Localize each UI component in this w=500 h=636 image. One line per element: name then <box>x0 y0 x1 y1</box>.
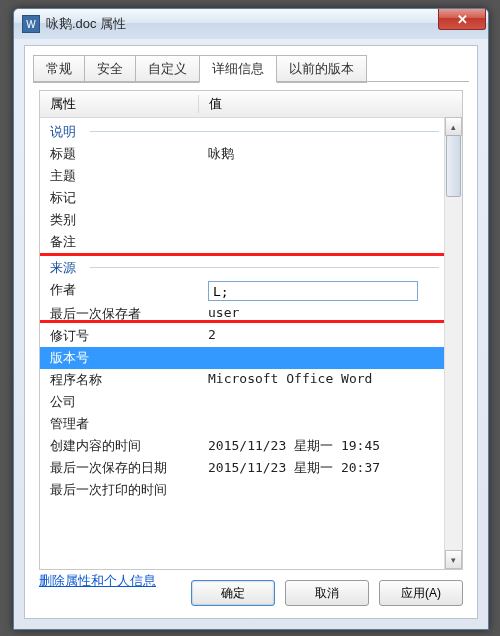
row-revision[interactable]: 修订号2 <box>40 325 445 347</box>
dialog-buttons: 确定 取消 应用(A) <box>191 580 463 606</box>
property-list: 说明 标题咏鹅 主题 标记 类别 备注 来源 作者 最后一次保存者user 修订… <box>40 117 445 569</box>
tab-security[interactable]: 安全 <box>84 55 136 83</box>
client-area: 常规 安全 自定义 详细信息 以前的版本 属性 值 说明 标题咏鹅 主题 标记 … <box>24 45 478 619</box>
scroll-down-button[interactable]: ▾ <box>445 550 462 569</box>
ok-button[interactable]: 确定 <box>191 580 275 606</box>
row-lastprinted[interactable]: 最后一次打印的时间 <box>40 479 445 501</box>
row-category[interactable]: 类别 <box>40 209 445 231</box>
row-manager[interactable]: 管理者 <box>40 413 445 435</box>
titlebar[interactable]: W 咏鹅.doc 属性 ✕ <box>14 9 488 39</box>
column-headers: 属性 值 <box>40 91 462 118</box>
scroll-up-button[interactable]: ▴ <box>445 117 462 136</box>
tab-strip: 常规 安全 自定义 详细信息 以前的版本 <box>25 46 477 82</box>
cancel-button[interactable]: 取消 <box>285 580 369 606</box>
row-created[interactable]: 创建内容的时间2015/11/23 星期一 19:45 <box>40 435 445 457</box>
apply-button[interactable]: 应用(A) <box>379 580 463 606</box>
vertical-scrollbar[interactable]: ▴ ▾ <box>444 117 462 569</box>
tab-custom[interactable]: 自定义 <box>135 55 200 83</box>
close-button[interactable]: ✕ <box>438 9 486 30</box>
details-panel: 属性 值 说明 标题咏鹅 主题 标记 类别 备注 来源 作者 最后一次保存者us… <box>39 90 463 570</box>
row-program[interactable]: 程序名称Microsoft Office Word <box>40 369 445 391</box>
close-icon: ✕ <box>457 12 468 27</box>
row-comments[interactable]: 备注 <box>40 231 445 253</box>
section-description: 说明 <box>40 117 445 143</box>
header-value[interactable]: 值 <box>199 95 462 113</box>
row-subject[interactable]: 主题 <box>40 165 445 187</box>
window-title: 咏鹅.doc 属性 <box>46 15 126 33</box>
doc-icon: W <box>22 15 40 33</box>
row-title[interactable]: 标题咏鹅 <box>40 143 445 165</box>
row-company[interactable]: 公司 <box>40 391 445 413</box>
remove-properties-link[interactable]: 删除属性和个人信息 <box>39 572 156 590</box>
properties-dialog: W 咏鹅.doc 属性 ✕ 常规 安全 自定义 详细信息 以前的版本 属性 值 … <box>13 8 489 630</box>
row-author[interactable]: 作者 <box>40 279 445 303</box>
tab-previous[interactable]: 以前的版本 <box>276 55 367 83</box>
row-version[interactable]: 版本号 <box>40 347 445 369</box>
row-lastsavedby[interactable]: 最后一次保存者user <box>40 303 445 325</box>
header-property[interactable]: 属性 <box>40 95 199 113</box>
row-lastsaved[interactable]: 最后一次保存的日期2015/11/23 星期一 20:37 <box>40 457 445 479</box>
row-tags[interactable]: 标记 <box>40 187 445 209</box>
author-input[interactable] <box>208 281 418 301</box>
section-origin: 来源 <box>40 253 445 279</box>
scroll-thumb[interactable] <box>446 135 461 197</box>
tab-details[interactable]: 详细信息 <box>199 55 277 83</box>
tab-general[interactable]: 常规 <box>33 55 85 83</box>
